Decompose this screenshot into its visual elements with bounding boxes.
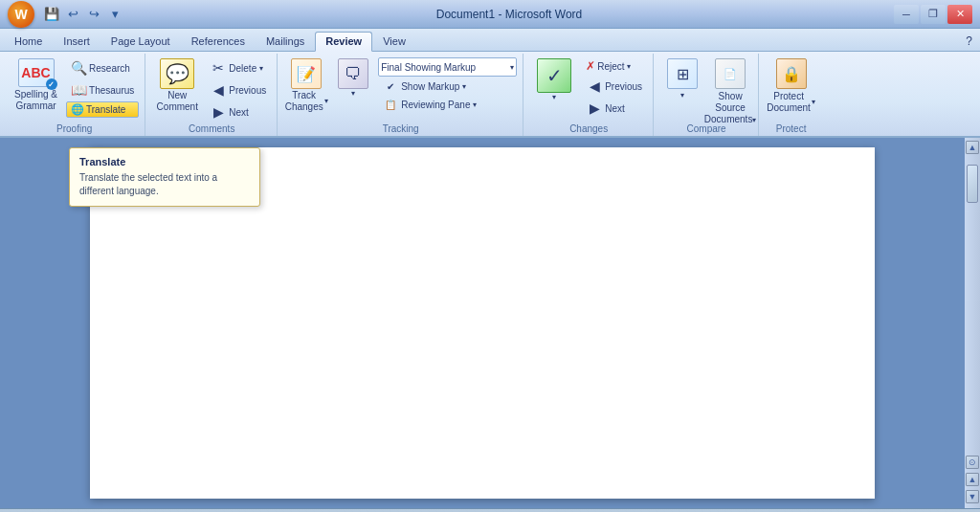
- title-bar-left: W 💾 ↩ ↪ ▾: [8, 1, 124, 28]
- track-changes-label: TrackChanges▾: [285, 90, 328, 113]
- next-change-button[interactable]: ▶ Next: [582, 98, 647, 119]
- compare-icon: ⊞: [667, 58, 698, 89]
- show-markup-dropdown-icon: ▾: [462, 82, 466, 91]
- undo-button[interactable]: ↩: [63, 5, 82, 24]
- new-comment-button[interactable]: 💬 New Comment: [152, 56, 202, 116]
- tab-page-layout[interactable]: Page Layout: [100, 32, 181, 51]
- restore-button[interactable]: ❐: [921, 5, 946, 24]
- changes-group: ✓ ▾ ✗ Reject ▾ ◀ Previous ▶ Next: [524, 54, 654, 136]
- abc-icon: ABC ✓: [18, 58, 55, 87]
- thesaurus-button[interactable]: 📖 Thesaurus: [66, 79, 139, 100]
- tab-home[interactable]: Home: [4, 32, 53, 51]
- prev-comment-icon: ◀: [211, 82, 226, 98]
- reviewing-pane-label: Reviewing Pane: [401, 100, 470, 110]
- research-button[interactable]: 🔍 Research: [66, 57, 139, 78]
- tracking-options: Final Showing Markup ▾ ✔ Show Markup ▾ 📋…: [378, 57, 517, 113]
- translate-button[interactable]: 🌐 Translate: [66, 101, 139, 118]
- research-label: Research: [89, 63, 130, 74]
- reject-button[interactable]: ✗ Reject ▾: [582, 57, 647, 75]
- compare-group: ⊞ ▾ 📄 Show SourceDocuments▾ Compare: [655, 54, 759, 136]
- window-controls: ─ ❐ ✕: [894, 5, 972, 24]
- thesaurus-label: Thesaurus: [89, 85, 134, 96]
- delete-label: Delete: [229, 63, 256, 74]
- research-icon: 🔍: [71, 60, 86, 76]
- next-comment-label: Next: [229, 107, 249, 118]
- help-button[interactable]: ?: [958, 32, 980, 51]
- tab-review[interactable]: Review: [315, 32, 372, 52]
- protect-content: 🔒 ProtectDocument▾: [769, 56, 813, 134]
- status-bar: Page: 1 of 1 Words: 1 W ▤ ⊡ ⊞ ≡ 📄 − + 10…: [0, 508, 980, 512]
- window-title: Document1 - Microsoft Word: [436, 8, 583, 21]
- document-area: Translate Translate the selected text in…: [0, 138, 980, 508]
- delete-button[interactable]: ✂ Delete ▾: [206, 57, 271, 78]
- tab-view[interactable]: View: [372, 32, 416, 51]
- document-content[interactable]: Translate Translate the selected text in…: [0, 138, 965, 508]
- check-icon: ✓: [46, 78, 57, 90]
- scroll-select-browse-button[interactable]: ⊙: [966, 456, 979, 469]
- reject-dropdown-icon: ▾: [627, 62, 631, 71]
- protect-document-button[interactable]: 🔒 ProtectDocument▾: [769, 56, 813, 117]
- track-changes-button[interactable]: 📝 TrackChanges▾: [284, 56, 328, 116]
- customize-quick-access-button[interactable]: ▾: [105, 5, 124, 24]
- reject-label: Reject: [597, 61, 624, 72]
- balloons-button[interactable]: 🗨 ▾: [332, 56, 374, 100]
- prev-change-icon: ◀: [587, 78, 602, 94]
- compare-button[interactable]: ⊞ ▾: [660, 56, 704, 117]
- balloons-icon: 🗨: [338, 58, 368, 89]
- spelling-grammar-button[interactable]: ABC ✓ Spelling &Grammar: [10, 56, 62, 115]
- scroll-up-button[interactable]: ▲: [966, 141, 979, 154]
- changes-content: ✓ ▾ ✗ Reject ▾ ◀ Previous ▶ Next: [530, 56, 647, 134]
- minimize-button[interactable]: ─: [894, 5, 919, 24]
- markup-dropdown[interactable]: Final Showing Markup ▾: [378, 57, 517, 77]
- proofing-group-label: Proofing: [4, 123, 145, 134]
- next-comment-icon: ▶: [211, 104, 226, 120]
- show-source-label: Show SourceDocuments▾: [704, 91, 757, 125]
- balloons-label: ▾: [351, 89, 355, 98]
- next-page-button[interactable]: ▼: [966, 490, 979, 503]
- scroll-bottom-controls: ⊙ ▲ ▼: [966, 453, 979, 506]
- office-button[interactable]: W: [8, 1, 34, 28]
- tracking-group: 📝 TrackChanges▾ 🗨 ▾ Final Showing Markup…: [278, 54, 523, 136]
- proofing-small-buttons: 🔍 Research 📖 Thesaurus 🌐 Translate: [66, 57, 139, 118]
- next-comment-button[interactable]: ▶ Next: [206, 101, 271, 122]
- accept-icon: ✓: [537, 58, 571, 93]
- tab-references[interactable]: References: [181, 32, 256, 51]
- tracking-content: 📝 TrackChanges▾ 🗨 ▾ Final Showing Markup…: [284, 56, 517, 134]
- comment-nav-buttons: ✂ Delete ▾ ◀ Previous ▶ Next: [206, 57, 271, 122]
- translate-tooltip: Translate Translate the selected text in…: [69, 147, 260, 207]
- changes-nav: ✗ Reject ▾ ◀ Previous ▶ Next: [582, 57, 647, 119]
- proofing-group: ABC ✓ Spelling &Grammar 🔍 Research 📖 The…: [4, 54, 145, 136]
- delete-dropdown-icon: ▾: [259, 64, 263, 73]
- comments-group: 💬 New Comment ✂ Delete ▾ ◀ Previous ▶ Ne…: [146, 54, 278, 136]
- show-markup-button[interactable]: ✔ Show Markup ▾: [378, 78, 517, 95]
- previous-page-button[interactable]: ▲: [966, 473, 979, 486]
- thesaurus-icon: 📖: [71, 82, 86, 98]
- title-bar: W 💾 ↩ ↪ ▾ Document1 - Microsoft Word ─ ❐…: [0, 0, 980, 29]
- tab-mailings[interactable]: Mailings: [256, 32, 315, 51]
- previous-comment-label: Previous: [229, 85, 266, 96]
- protect-document-label: ProtectDocument▾: [767, 91, 815, 114]
- compare-group-label: Compare: [655, 123, 758, 134]
- compare-label: ▾: [680, 91, 684, 100]
- close-button[interactable]: ✕: [947, 5, 972, 24]
- translate-label: Translate: [86, 104, 125, 115]
- markup-dropdown-icon: ▾: [510, 63, 514, 72]
- show-markup-icon: ✔: [383, 81, 398, 92]
- previous-change-label: Previous: [605, 81, 642, 92]
- previous-change-button[interactable]: ◀ Previous: [582, 76, 647, 97]
- redo-button[interactable]: ↪: [84, 5, 103, 24]
- show-source-docs-button[interactable]: 📄 Show SourceDocuments▾: [708, 56, 752, 128]
- accept-label: ▾: [552, 93, 556, 101]
- next-change-icon: ▶: [587, 100, 602, 116]
- reviewing-pane-dropdown-icon: ▾: [473, 100, 477, 109]
- previous-comment-button[interactable]: ◀ Previous: [206, 79, 271, 100]
- next-change-label: Next: [605, 103, 625, 114]
- tracking-group-label: Tracking: [278, 123, 523, 134]
- scroll-track[interactable]: [966, 155, 979, 453]
- tab-insert[interactable]: Insert: [53, 32, 100, 51]
- accept-button[interactable]: ✓ ▾: [530, 56, 578, 104]
- reviewing-pane-button[interactable]: 📋 Reviewing Pane ▾: [378, 97, 517, 113]
- scroll-thumb[interactable]: [967, 165, 978, 203]
- proofing-content: ABC ✓ Spelling &Grammar 🔍 Research 📖 The…: [10, 56, 139, 134]
- save-button[interactable]: 💾: [42, 5, 61, 24]
